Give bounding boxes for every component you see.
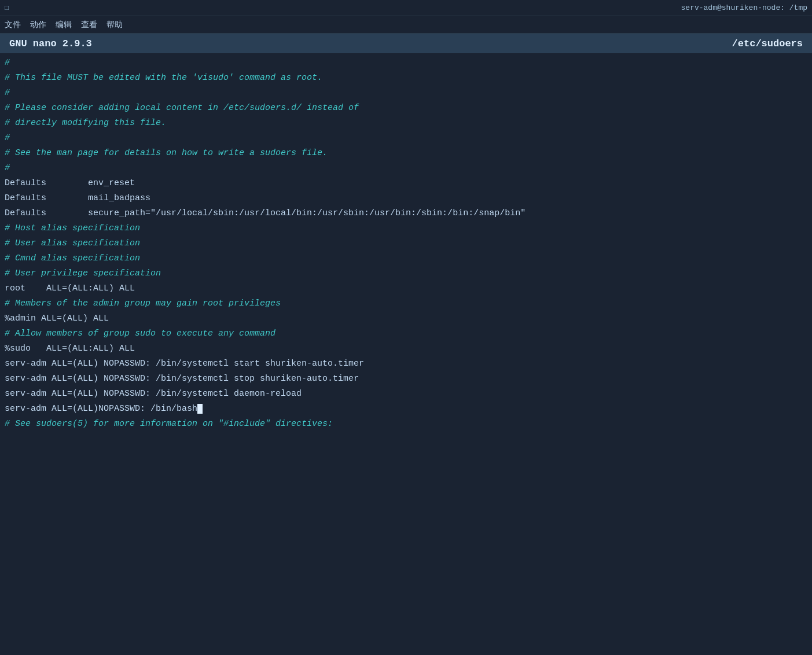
editor-line: # User alias specification: [5, 236, 807, 251]
menu-file[interactable]: 文件: [5, 20, 21, 30]
editor-line: serv-adm ALL=(ALL) NOPASSWD: /bin/system…: [5, 371, 807, 387]
editor-line: #: [5, 161, 807, 176]
editor-line: # Allow members of group sudo to execute…: [5, 326, 807, 341]
editor-line: Defaults secure_path="/usr/local/sbin:/u…: [5, 206, 807, 221]
menu-help[interactable]: 帮助: [106, 20, 123, 30]
menu-view[interactable]: 查看: [81, 20, 97, 30]
editor-line: serv-adm ALL=(ALL) NOPASSWD: /bin/system…: [5, 387, 807, 402]
nano-filename: /etc/sudoers: [732, 38, 803, 49]
editor-line: # Members of the admin group may gain ro…: [5, 296, 807, 311]
editor-area[interactable]: ## This file MUST be edited with the 'vi…: [0, 53, 812, 434]
nano-version: GNU nano 2.9.3: [9, 38, 92, 49]
editor-line: # directly modifying this file.: [5, 116, 807, 131]
editor-line: # User privilege specification: [5, 266, 807, 281]
editor-line: # Cmnd alias specification: [5, 251, 807, 266]
editor-line: serv-adm ALL=(ALL) NOPASSWD: /bin/system…: [5, 356, 807, 371]
editor-line: # This file MUST be edited with the 'vis…: [5, 71, 807, 86]
editor-line: #: [5, 131, 807, 146]
window-icon: □: [5, 4, 9, 12]
menu-action[interactable]: 动作: [30, 20, 46, 30]
editor-line: %sudo ALL=(ALL:ALL) ALL: [5, 341, 807, 356]
editor-line: # See the man page for details on how to…: [5, 146, 807, 161]
editor-line: #: [5, 56, 807, 71]
editor-line: %admin ALL=(ALL) ALL: [5, 311, 807, 326]
title-bar: □ serv-adm@shuriken-node: /tmp: [0, 0, 812, 16]
title-bar-left: □: [5, 4, 9, 12]
editor-line: # Please consider adding local content i…: [5, 101, 807, 116]
editor-line: root ALL=(ALL:ALL) ALL: [5, 281, 807, 296]
menu-edit[interactable]: 编辑: [56, 20, 72, 30]
nano-header: GNU nano 2.9.3 /etc/sudoers: [0, 34, 812, 53]
editor-line: # See sudoers(5) for more information on…: [5, 417, 807, 432]
menu-bar: 文件 动作 编辑 查看 帮助: [0, 16, 812, 34]
title-bar-right: serv-adm@shuriken-node: /tmp: [681, 3, 807, 12]
editor-line: #: [5, 86, 807, 101]
editor-line: Defaults mail_badpass: [5, 191, 807, 206]
editor-line: Defaults env_reset: [5, 176, 807, 191]
editor-line: serv-adm ALL=(ALL)NOPASSWD: /bin/bash: [5, 402, 807, 417]
editor-line: # Host alias specification: [5, 221, 807, 236]
